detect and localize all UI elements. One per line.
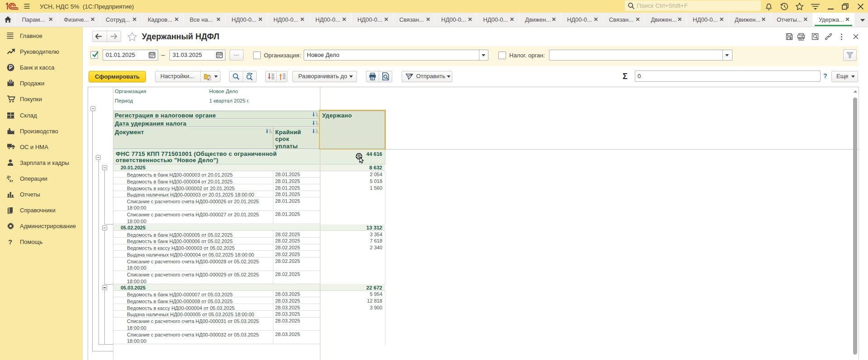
svg-text:Кт: Кт (9, 179, 14, 183)
svg-text:?: ? (8, 238, 12, 246)
